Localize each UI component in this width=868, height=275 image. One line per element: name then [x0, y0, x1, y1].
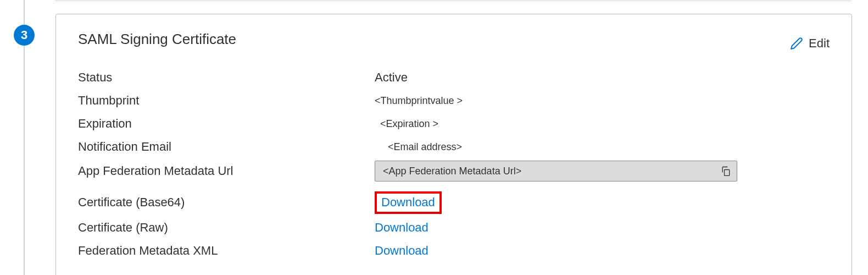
- panel-header: SAML Signing Certificate Edit: [78, 31, 830, 51]
- saml-signing-certificate-panel: SAML Signing Certificate Edit Status Act…: [55, 14, 852, 275]
- certificate-raw-download-link[interactable]: Download: [375, 221, 429, 235]
- edit-label: Edit: [809, 36, 830, 51]
- metadata-url-label: App Federation Metadata Url: [78, 164, 375, 178]
- status-label: Status: [78, 70, 375, 85]
- certificate-raw-label: Certificate (Raw): [78, 221, 375, 235]
- edit-button[interactable]: Edit: [790, 36, 830, 51]
- step-number-badge: 3: [14, 25, 35, 46]
- metadata-url-field: [375, 161, 737, 182]
- certificate-raw-row: Certificate (Raw) Download: [78, 218, 830, 237]
- thumbprint-value: <Thumbprintvalue >: [375, 95, 463, 107]
- certificate-base64-download-link[interactable]: Download: [375, 191, 442, 214]
- federation-xml-download-link[interactable]: Download: [375, 244, 429, 258]
- federation-xml-row: Federation Metadata XML Download: [78, 241, 830, 260]
- notification-email-row: Notification Email <Email address>: [78, 138, 830, 156]
- svg-rect-0: [725, 170, 730, 176]
- pencil-icon: [790, 37, 803, 50]
- panel-top-divider: [55, 0, 852, 1]
- metadata-url-row: App Federation Metadata Url: [78, 161, 830, 182]
- thumbprint-row: Thumbprint <Thumbprintvalue >: [78, 91, 830, 110]
- notification-email-value: <Email address>: [375, 141, 462, 153]
- expiration-label: Expiration: [78, 117, 375, 131]
- expiration-row: Expiration <Expiration >: [78, 114, 830, 133]
- notification-email-label: Notification Email: [78, 140, 375, 154]
- certificate-base64-label: Certificate (Base64): [78, 195, 375, 210]
- panel-title: SAML Signing Certificate: [78, 31, 236, 48]
- expiration-value: <Expiration >: [375, 118, 438, 130]
- copy-icon[interactable]: [720, 166, 731, 177]
- step-number: 3: [21, 28, 27, 42]
- step-container: 3 SAML Signing Certificate Edit Status A…: [14, 14, 852, 275]
- thumbprint-label: Thumbprint: [78, 94, 375, 108]
- status-value: Active: [375, 70, 408, 85]
- metadata-url-input[interactable]: [383, 166, 720, 177]
- status-row: Status Active: [78, 68, 830, 87]
- certificate-base64-row: Certificate (Base64) Download: [78, 191, 830, 214]
- federation-xml-label: Federation Metadata XML: [78, 244, 375, 258]
